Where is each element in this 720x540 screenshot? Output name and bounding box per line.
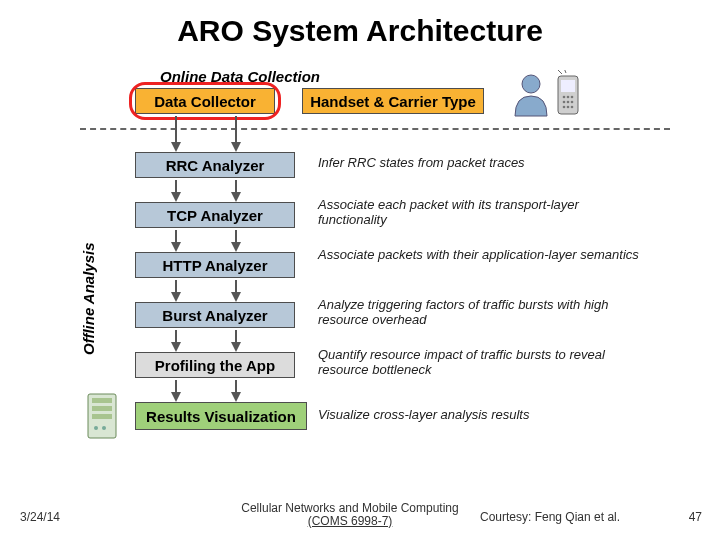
desc-rrc: Infer RRC states from packet traces: [318, 156, 648, 171]
svg-point-7: [567, 101, 570, 104]
svg-point-0: [522, 75, 540, 93]
arrow-down-icon: [231, 242, 241, 252]
arrow-down-icon: [231, 342, 241, 352]
box-tcp-analyzer: TCP Analyzer: [135, 202, 295, 228]
desc-burst: Analyze triggering factors of traffic bu…: [318, 298, 658, 328]
arrow-down-icon: [171, 342, 181, 352]
arrow-down-icon: [171, 392, 181, 402]
arrow-down-icon: [171, 242, 181, 252]
desc-http: Associate packets with their application…: [318, 248, 648, 263]
arrow-down-icon: [231, 142, 241, 152]
arrow-down-icon: [231, 392, 241, 402]
arrow-stem: [175, 116, 177, 143]
desc-profiling: Quantify resource impact of traffic burs…: [318, 348, 658, 378]
svg-line-12: [558, 70, 562, 74]
desc-results: Visualize cross-layer analysis results: [318, 408, 658, 423]
box-burst-analyzer: Burst Analyzer: [135, 302, 295, 328]
svg-rect-15: [92, 398, 112, 403]
svg-point-11: [571, 106, 574, 109]
arrow-stem: [235, 116, 237, 143]
footer-course-line1: Cellular Networks and Mobile Computing: [240, 502, 460, 515]
phone-icon: [554, 70, 582, 118]
svg-point-4: [567, 96, 570, 99]
page-title: ARO System Architecture: [0, 14, 720, 48]
arrow-down-icon: [231, 292, 241, 302]
box-http-analyzer: HTTP Analyzer: [135, 252, 295, 278]
offline-section-label: Offline Analysis: [80, 185, 97, 355]
arrow-down-icon: [231, 192, 241, 202]
footer-course-line2: (COMS 6998-7): [240, 515, 460, 528]
svg-point-18: [94, 426, 98, 430]
desc-tcp: Associate each packet with its transport…: [318, 198, 648, 228]
svg-rect-17: [92, 414, 112, 419]
box-results-visualization: Results Visualization: [135, 402, 307, 430]
svg-rect-16: [92, 406, 112, 411]
svg-point-19: [102, 426, 106, 430]
server-icon: [82, 390, 124, 442]
person-icon: [510, 72, 552, 118]
footer-course: Cellular Networks and Mobile Computing (…: [240, 502, 460, 528]
svg-point-3: [563, 96, 566, 99]
highlight-data-collector: [129, 82, 281, 120]
svg-point-9: [563, 106, 566, 109]
box-handset-carrier: Handset & Carrier Type: [302, 88, 484, 114]
svg-line-13: [564, 70, 566, 73]
box-rrc-analyzer: RRC Analyzer: [135, 152, 295, 178]
footer-courtesy: Courtesy: Feng Qian et al.: [480, 510, 620, 524]
dashed-separator: [80, 128, 670, 130]
footer-date: 3/24/14: [20, 510, 60, 524]
svg-point-5: [571, 96, 574, 99]
svg-point-6: [563, 101, 566, 104]
svg-point-10: [567, 106, 570, 109]
arrow-down-icon: [171, 142, 181, 152]
svg-rect-2: [561, 80, 575, 92]
svg-point-8: [571, 101, 574, 104]
arrow-down-icon: [171, 292, 181, 302]
arrow-down-icon: [171, 192, 181, 202]
box-profiling-app: Profiling the App: [135, 352, 295, 378]
diagram-stage: Online Data Collection Offline Analysis …: [80, 70, 670, 480]
footer-page-number: 47: [689, 510, 702, 524]
